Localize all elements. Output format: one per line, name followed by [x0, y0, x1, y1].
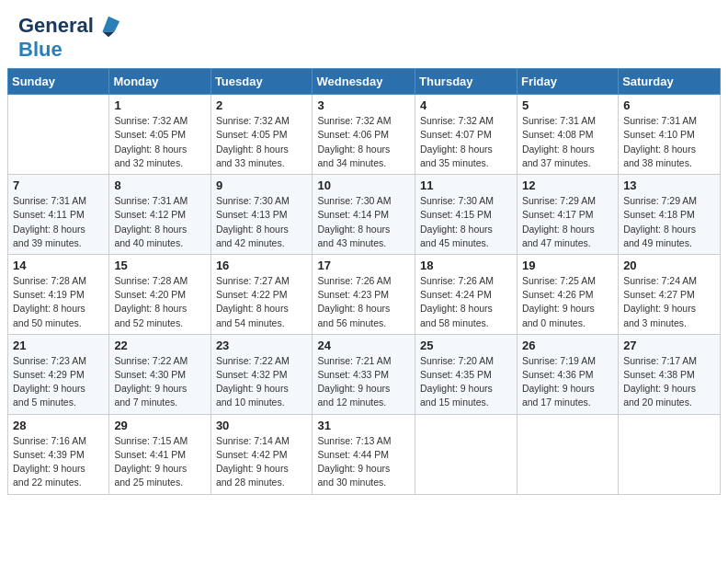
- column-header-wednesday: Wednesday: [313, 69, 415, 95]
- logo-text: General: [18, 15, 94, 37]
- day-info: Sunrise: 7:22 AM Sunset: 4:32 PM Dayligh…: [216, 354, 308, 410]
- day-info: Sunrise: 7:31 AM Sunset: 4:10 PM Dayligh…: [623, 114, 715, 170]
- day-number: 16: [216, 259, 308, 272]
- calendar-cell: 26Sunrise: 7:19 AM Sunset: 4:36 PM Dayli…: [517, 334, 618, 414]
- day-number: 27: [623, 339, 715, 352]
- day-info: Sunrise: 7:15 AM Sunset: 4:41 PM Dayligh…: [114, 434, 205, 490]
- day-number: 21: [13, 339, 104, 352]
- calendar-wrap: SundayMondayTuesdayWednesdayThursdayFrid…: [0, 68, 728, 501]
- calendar-cell: 6Sunrise: 7:31 AM Sunset: 4:10 PM Daylig…: [619, 95, 721, 175]
- column-header-thursday: Thursday: [415, 69, 518, 95]
- day-info: Sunrise: 7:32 AM Sunset: 4:05 PM Dayligh…: [114, 114, 205, 170]
- calendar-cell: 19Sunrise: 7:25 AM Sunset: 4:26 PM Dayli…: [517, 254, 618, 334]
- calendar-cell: 28Sunrise: 7:16 AM Sunset: 4:39 PM Dayli…: [8, 414, 109, 494]
- day-number: 28: [13, 419, 104, 432]
- day-info: Sunrise: 7:21 AM Sunset: 4:33 PM Dayligh…: [317, 354, 410, 410]
- day-info: Sunrise: 7:23 AM Sunset: 4:29 PM Dayligh…: [13, 354, 104, 410]
- calendar-cell: 11Sunrise: 7:30 AM Sunset: 4:15 PM Dayli…: [415, 175, 518, 255]
- day-info: Sunrise: 7:31 AM Sunset: 4:08 PM Dayligh…: [522, 114, 613, 170]
- day-number: 2: [216, 98, 308, 112]
- day-info: Sunrise: 7:27 AM Sunset: 4:22 PM Dayligh…: [216, 274, 308, 330]
- calendar-cell: [415, 414, 518, 494]
- day-number: 12: [522, 178, 613, 192]
- calendar-cell: 20Sunrise: 7:24 AM Sunset: 4:27 PM Dayli…: [619, 254, 721, 334]
- calendar-cell: [517, 414, 618, 494]
- day-info: Sunrise: 7:17 AM Sunset: 4:38 PM Dayligh…: [623, 354, 715, 410]
- day-number: 20: [623, 259, 715, 272]
- calendar-cell: 5Sunrise: 7:31 AM Sunset: 4:08 PM Daylig…: [517, 95, 618, 175]
- calendar-cell: 23Sunrise: 7:22 AM Sunset: 4:32 PM Dayli…: [210, 334, 313, 414]
- calendar-week-row: 14Sunrise: 7:28 AM Sunset: 4:19 PM Dayli…: [8, 254, 721, 334]
- calendar-cell: 18Sunrise: 7:26 AM Sunset: 4:24 PM Dayli…: [415, 254, 518, 334]
- day-number: 4: [420, 98, 512, 112]
- calendar-cell: 17Sunrise: 7:26 AM Sunset: 4:23 PM Dayli…: [313, 254, 415, 334]
- calendar-cell: 25Sunrise: 7:20 AM Sunset: 4:35 PM Dayli…: [415, 334, 518, 414]
- column-header-tuesday: Tuesday: [210, 69, 313, 95]
- calendar-table: SundayMondayTuesdayWednesdayThursdayFrid…: [7, 68, 721, 494]
- day-info: Sunrise: 7:26 AM Sunset: 4:23 PM Dayligh…: [317, 274, 410, 330]
- day-info: Sunrise: 7:28 AM Sunset: 4:20 PM Dayligh…: [114, 274, 205, 330]
- day-info: Sunrise: 7:22 AM Sunset: 4:30 PM Dayligh…: [114, 354, 205, 410]
- day-info: Sunrise: 7:19 AM Sunset: 4:36 PM Dayligh…: [522, 354, 613, 410]
- calendar-cell: 1Sunrise: 7:32 AM Sunset: 4:05 PM Daylig…: [109, 95, 210, 175]
- day-number: 9: [216, 178, 308, 192]
- calendar-cell: 16Sunrise: 7:27 AM Sunset: 4:22 PM Dayli…: [210, 254, 313, 334]
- day-info: Sunrise: 7:28 AM Sunset: 4:19 PM Dayligh…: [13, 274, 104, 330]
- day-info: Sunrise: 7:14 AM Sunset: 4:42 PM Dayligh…: [216, 434, 308, 490]
- day-info: Sunrise: 7:13 AM Sunset: 4:44 PM Dayligh…: [317, 434, 410, 490]
- calendar-cell: 4Sunrise: 7:32 AM Sunset: 4:07 PM Daylig…: [415, 95, 518, 175]
- day-number: 30: [216, 419, 308, 432]
- logo: General Blue: [18, 13, 121, 61]
- day-number: 10: [317, 178, 410, 192]
- day-number: 7: [13, 178, 104, 192]
- day-info: Sunrise: 7:20 AM Sunset: 4:35 PM Dayligh…: [420, 354, 512, 410]
- logo-blue-text: Blue: [18, 39, 63, 61]
- calendar-cell: 2Sunrise: 7:32 AM Sunset: 4:05 PM Daylig…: [210, 95, 313, 175]
- day-info: Sunrise: 7:29 AM Sunset: 4:18 PM Dayligh…: [623, 194, 715, 250]
- day-number: 25: [420, 339, 512, 352]
- day-number: 19: [522, 259, 613, 272]
- day-info: Sunrise: 7:32 AM Sunset: 4:05 PM Dayligh…: [216, 114, 308, 170]
- calendar-cell: 21Sunrise: 7:23 AM Sunset: 4:29 PM Dayli…: [8, 334, 109, 414]
- column-header-saturday: Saturday: [619, 69, 721, 95]
- calendar-week-row: 21Sunrise: 7:23 AM Sunset: 4:29 PM Dayli…: [8, 334, 721, 414]
- calendar-cell: 7Sunrise: 7:31 AM Sunset: 4:11 PM Daylig…: [8, 175, 109, 255]
- day-number: 8: [114, 178, 205, 192]
- calendar-cell: [8, 95, 109, 175]
- calendar-cell: 3Sunrise: 7:32 AM Sunset: 4:06 PM Daylig…: [313, 95, 415, 175]
- page-header: General Blue: [0, 0, 728, 68]
- logo-icon: [96, 13, 121, 39]
- calendar-week-row: 7Sunrise: 7:31 AM Sunset: 4:11 PM Daylig…: [8, 175, 721, 255]
- day-number: 5: [522, 98, 613, 112]
- calendar-cell: 8Sunrise: 7:31 AM Sunset: 4:12 PM Daylig…: [109, 175, 210, 255]
- day-number: 14: [13, 259, 104, 272]
- day-number: 3: [317, 98, 410, 112]
- column-header-monday: Monday: [109, 69, 210, 95]
- calendar-cell: 31Sunrise: 7:13 AM Sunset: 4:44 PM Dayli…: [313, 414, 415, 494]
- day-info: Sunrise: 7:29 AM Sunset: 4:17 PM Dayligh…: [522, 194, 613, 250]
- day-info: Sunrise: 7:25 AM Sunset: 4:26 PM Dayligh…: [522, 274, 613, 330]
- day-info: Sunrise: 7:30 AM Sunset: 4:14 PM Dayligh…: [317, 194, 410, 250]
- calendar-cell: 9Sunrise: 7:30 AM Sunset: 4:13 PM Daylig…: [210, 175, 313, 255]
- day-info: Sunrise: 7:31 AM Sunset: 4:11 PM Dayligh…: [13, 194, 104, 250]
- day-number: 15: [114, 259, 205, 272]
- column-header-sunday: Sunday: [8, 69, 109, 95]
- day-number: 24: [317, 339, 410, 352]
- day-info: Sunrise: 7:30 AM Sunset: 4:15 PM Dayligh…: [420, 194, 512, 250]
- calendar-cell: 22Sunrise: 7:22 AM Sunset: 4:30 PM Dayli…: [109, 334, 210, 414]
- calendar-cell: 30Sunrise: 7:14 AM Sunset: 4:42 PM Dayli…: [210, 414, 313, 494]
- calendar-cell: 13Sunrise: 7:29 AM Sunset: 4:18 PM Dayli…: [619, 175, 721, 255]
- day-number: 1: [114, 98, 205, 112]
- day-number: 11: [420, 178, 512, 192]
- calendar-cell: 10Sunrise: 7:30 AM Sunset: 4:14 PM Dayli…: [313, 175, 415, 255]
- calendar-cell: [619, 414, 721, 494]
- svg-marker-1: [102, 32, 114, 38]
- day-number: 18: [420, 259, 512, 272]
- day-info: Sunrise: 7:26 AM Sunset: 4:24 PM Dayligh…: [420, 274, 512, 330]
- column-header-friday: Friday: [517, 69, 618, 95]
- calendar-cell: 12Sunrise: 7:29 AM Sunset: 4:17 PM Dayli…: [517, 175, 618, 255]
- day-info: Sunrise: 7:16 AM Sunset: 4:39 PM Dayligh…: [13, 434, 104, 490]
- day-number: 26: [522, 339, 613, 352]
- day-number: 6: [623, 98, 715, 112]
- day-info: Sunrise: 7:32 AM Sunset: 4:07 PM Dayligh…: [420, 114, 512, 170]
